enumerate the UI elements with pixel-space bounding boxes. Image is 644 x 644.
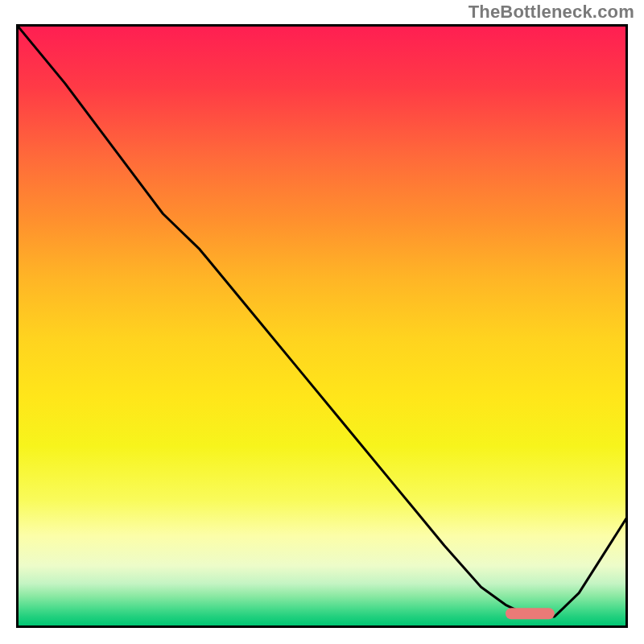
attribution-text: TheBottleneck.com (469, 2, 634, 23)
chart-stage: TheBottleneck.com (0, 0, 644, 644)
plot-background (16, 24, 628, 628)
plot-area (16, 24, 628, 628)
